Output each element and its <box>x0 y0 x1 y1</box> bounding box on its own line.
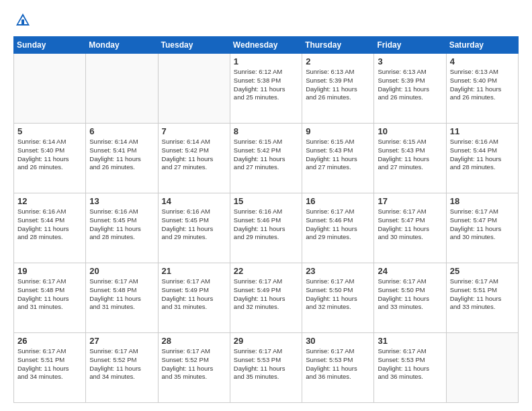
cell-info: Sunrise: 6:16 AM Sunset: 5:46 PM Dayligh… <box>234 208 298 242</box>
cell-info: Sunrise: 6:14 AM Sunset: 5:42 PM Dayligh… <box>162 138 226 172</box>
page: SundayMondayTuesdayWednesdayThursdayFrid… <box>0 0 532 411</box>
calendar-cell: 20Sunrise: 6:17 AM Sunset: 5:48 PM Dayli… <box>86 263 158 333</box>
day-header-saturday: Saturday <box>446 37 518 54</box>
calendar-cell: 13Sunrise: 6:16 AM Sunset: 5:45 PM Dayli… <box>86 193 158 263</box>
cell-info: Sunrise: 6:17 AM Sunset: 5:52 PM Dayligh… <box>162 347 226 381</box>
calendar-cell: 2Sunrise: 6:13 AM Sunset: 5:39 PM Daylig… <box>302 54 374 124</box>
calendar-cell: 5Sunrise: 6:14 AM Sunset: 5:40 PM Daylig… <box>14 124 86 193</box>
cell-info: Sunrise: 6:14 AM Sunset: 5:40 PM Dayligh… <box>17 138 82 172</box>
calendar-cell <box>14 54 86 124</box>
cell-info: Sunrise: 6:17 AM Sunset: 5:46 PM Dayligh… <box>306 208 370 242</box>
calendar-cell: 31Sunrise: 6:17 AM Sunset: 5:53 PM Dayli… <box>374 333 446 403</box>
day-number: 30 <box>306 336 370 346</box>
day-number: 19 <box>17 266 82 276</box>
calendar-cell: 7Sunrise: 6:14 AM Sunset: 5:42 PM Daylig… <box>158 124 230 193</box>
calendar-cell: 1Sunrise: 6:12 AM Sunset: 5:38 PM Daylig… <box>230 54 302 124</box>
cell-info: Sunrise: 6:12 AM Sunset: 5:38 PM Dayligh… <box>234 68 298 102</box>
cell-info: Sunrise: 6:17 AM Sunset: 5:50 PM Dayligh… <box>378 277 442 312</box>
calendar-cell: 26Sunrise: 6:17 AM Sunset: 5:51 PM Dayli… <box>14 333 86 403</box>
day-number: 27 <box>89 336 154 346</box>
calendar-cell: 29Sunrise: 6:17 AM Sunset: 5:53 PM Dayli… <box>230 333 302 403</box>
calendar-cell: 16Sunrise: 6:17 AM Sunset: 5:46 PM Dayli… <box>302 193 374 263</box>
day-number: 18 <box>450 196 515 206</box>
cell-info: Sunrise: 6:17 AM Sunset: 5:49 PM Dayligh… <box>162 277 226 312</box>
calendar-body: 1Sunrise: 6:12 AM Sunset: 5:38 PM Daylig… <box>14 54 519 403</box>
day-number: 5 <box>17 126 82 136</box>
calendar-header-row: SundayMondayTuesdayWednesdayThursdayFrid… <box>14 37 519 54</box>
day-number: 11 <box>450 126 515 136</box>
day-number: 10 <box>378 126 442 136</box>
cell-info: Sunrise: 6:17 AM Sunset: 5:47 PM Dayligh… <box>450 208 515 242</box>
day-number: 24 <box>378 266 442 276</box>
cell-info: Sunrise: 6:17 AM Sunset: 5:49 PM Dayligh… <box>234 277 298 312</box>
day-number: 31 <box>378 336 442 346</box>
cell-info: Sunrise: 6:17 AM Sunset: 5:48 PM Dayligh… <box>17 277 82 312</box>
day-header-tuesday: Tuesday <box>158 37 230 54</box>
calendar-cell: 28Sunrise: 6:17 AM Sunset: 5:52 PM Dayli… <box>158 333 230 403</box>
cell-info: Sunrise: 6:17 AM Sunset: 5:50 PM Dayligh… <box>306 277 370 312</box>
day-number: 14 <box>162 196 226 206</box>
cell-info: Sunrise: 6:17 AM Sunset: 5:47 PM Dayligh… <box>378 208 442 242</box>
calendar-cell: 3Sunrise: 6:13 AM Sunset: 5:39 PM Daylig… <box>374 54 446 124</box>
cell-info: Sunrise: 6:13 AM Sunset: 5:40 PM Dayligh… <box>450 68 515 102</box>
calendar-week-0: 1Sunrise: 6:12 AM Sunset: 5:38 PM Daylig… <box>14 54 519 124</box>
day-number: 4 <box>450 56 515 66</box>
day-number: 12 <box>17 196 82 206</box>
cell-info: Sunrise: 6:17 AM Sunset: 5:48 PM Dayligh… <box>89 277 154 312</box>
day-number: 2 <box>306 56 370 66</box>
cell-info: Sunrise: 6:17 AM Sunset: 5:53 PM Dayligh… <box>378 347 442 381</box>
day-number: 17 <box>378 196 442 206</box>
cell-info: Sunrise: 6:16 AM Sunset: 5:45 PM Dayligh… <box>162 208 226 242</box>
calendar-cell: 21Sunrise: 6:17 AM Sunset: 5:49 PM Dayli… <box>158 263 230 333</box>
cell-info: Sunrise: 6:15 AM Sunset: 5:43 PM Dayligh… <box>306 138 370 172</box>
cell-info: Sunrise: 6:16 AM Sunset: 5:44 PM Dayligh… <box>450 138 515 172</box>
logo <box>13 11 35 30</box>
calendar-cell: 14Sunrise: 6:16 AM Sunset: 5:45 PM Dayli… <box>158 193 230 263</box>
day-header-sunday: Sunday <box>14 37 86 54</box>
calendar-cell: 22Sunrise: 6:17 AM Sunset: 5:49 PM Dayli… <box>230 263 302 333</box>
day-number: 15 <box>234 196 298 206</box>
day-number: 22 <box>234 266 298 276</box>
cell-info: Sunrise: 6:13 AM Sunset: 5:39 PM Dayligh… <box>306 68 370 102</box>
calendar-cell <box>86 54 158 124</box>
calendar-cell: 25Sunrise: 6:17 AM Sunset: 5:51 PM Dayli… <box>446 263 518 333</box>
cell-info: Sunrise: 6:15 AM Sunset: 5:42 PM Dayligh… <box>234 138 298 172</box>
day-number: 21 <box>162 266 226 276</box>
calendar-cell: 11Sunrise: 6:16 AM Sunset: 5:44 PM Dayli… <box>446 124 518 193</box>
cell-info: Sunrise: 6:13 AM Sunset: 5:39 PM Dayligh… <box>378 68 442 102</box>
calendar-week-4: 26Sunrise: 6:17 AM Sunset: 5:51 PM Dayli… <box>14 333 519 403</box>
day-number: 6 <box>89 126 154 136</box>
calendar-cell: 27Sunrise: 6:17 AM Sunset: 5:52 PM Dayli… <box>86 333 158 403</box>
calendar-cell: 24Sunrise: 6:17 AM Sunset: 5:50 PM Dayli… <box>374 263 446 333</box>
calendar-cell: 18Sunrise: 6:17 AM Sunset: 5:47 PM Dayli… <box>446 193 518 263</box>
day-number: 9 <box>306 126 370 136</box>
calendar-cell: 4Sunrise: 6:13 AM Sunset: 5:40 PM Daylig… <box>446 54 518 124</box>
day-header-thursday: Thursday <box>302 37 374 54</box>
day-number: 3 <box>378 56 442 66</box>
logo-icon <box>13 11 32 30</box>
day-number: 7 <box>162 126 226 136</box>
day-number: 23 <box>306 266 370 276</box>
day-number: 20 <box>89 266 154 276</box>
cell-info: Sunrise: 6:17 AM Sunset: 5:53 PM Dayligh… <box>234 347 298 381</box>
cell-info: Sunrise: 6:17 AM Sunset: 5:53 PM Dayligh… <box>306 347 370 381</box>
day-number: 8 <box>234 126 298 136</box>
svg-rect-2 <box>21 19 24 24</box>
day-number: 13 <box>89 196 154 206</box>
day-number: 16 <box>306 196 370 206</box>
calendar-week-2: 12Sunrise: 6:16 AM Sunset: 5:44 PM Dayli… <box>14 193 519 263</box>
calendar-cell: 17Sunrise: 6:17 AM Sunset: 5:47 PM Dayli… <box>374 193 446 263</box>
calendar-cell: 23Sunrise: 6:17 AM Sunset: 5:50 PM Dayli… <box>302 263 374 333</box>
cell-info: Sunrise: 6:14 AM Sunset: 5:41 PM Dayligh… <box>89 138 154 172</box>
calendar-week-3: 19Sunrise: 6:17 AM Sunset: 5:48 PM Dayli… <box>14 263 519 333</box>
calendar-table: SundayMondayTuesdayWednesdayThursdayFrid… <box>13 36 519 403</box>
cell-info: Sunrise: 6:15 AM Sunset: 5:43 PM Dayligh… <box>378 138 442 172</box>
cell-info: Sunrise: 6:17 AM Sunset: 5:51 PM Dayligh… <box>450 277 515 312</box>
calendar-week-1: 5Sunrise: 6:14 AM Sunset: 5:40 PM Daylig… <box>14 124 519 193</box>
calendar-cell: 8Sunrise: 6:15 AM Sunset: 5:42 PM Daylig… <box>230 124 302 193</box>
day-number: 28 <box>162 336 226 346</box>
cell-info: Sunrise: 6:16 AM Sunset: 5:45 PM Dayligh… <box>89 208 154 242</box>
calendar-cell <box>446 333 518 403</box>
day-header-friday: Friday <box>374 37 446 54</box>
calendar-cell: 19Sunrise: 6:17 AM Sunset: 5:48 PM Dayli… <box>14 263 86 333</box>
